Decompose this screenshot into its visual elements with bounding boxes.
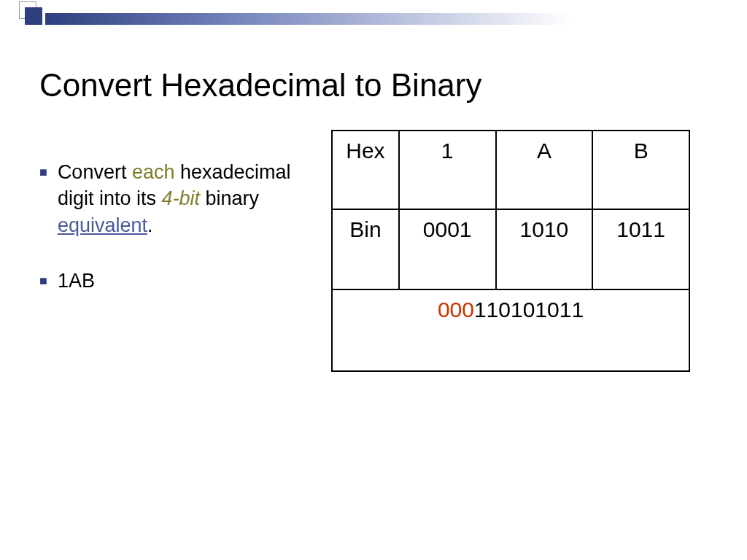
result-prefix: 000 [438, 298, 474, 322]
bullet-text: 1AB [58, 268, 317, 294]
hex-cell: B [592, 131, 689, 209]
hex-label-cell: Hex [332, 131, 399, 209]
equivalent-link[interactable]: equivalent [58, 214, 147, 236]
gradient-bar [45, 13, 747, 25]
conversion-table: Hex 1 A B Bin 0001 1010 1011 00011010101… [331, 130, 690, 372]
table-row: Bin 0001 1010 1011 [332, 209, 689, 289]
square-filled-icon [25, 7, 42, 25]
result-rest: 110101011 [474, 298, 584, 322]
content-area: ■ Convert each hexadecimal digit into it… [39, 130, 708, 372]
text-fragment: binary [200, 187, 259, 209]
conversion-table-wrap: Hex 1 A B Bin 0001 1010 1011 00011010101… [331, 130, 708, 372]
hex-cell: 1 [399, 131, 496, 209]
text-emphasis-italic: 4-bit [161, 187, 200, 209]
text-emphasis: each [132, 161, 175, 183]
bin-cell: 1010 [496, 209, 593, 289]
bin-cell: 0001 [399, 209, 496, 289]
bin-label-cell: Bin [332, 209, 399, 289]
header-decoration [0, 0, 747, 20]
bullet-text: Convert each hexadecimal digit into its … [58, 159, 317, 238]
bullet-marker-icon: ■ [39, 163, 47, 238]
text-fragment: Convert [58, 161, 132, 183]
hex-cell: A [496, 131, 593, 209]
bullet-item: ■ Convert each hexadecimal digit into it… [39, 159, 317, 238]
slide-title: Convert Hexadecimal to Binary [39, 67, 481, 104]
result-cell: 000110101011 [332, 289, 689, 371]
table-row: 000110101011 [332, 289, 689, 371]
slide: Convert Hexadecimal to Binary ■ Convert … [0, 0, 747, 560]
bin-cell: 1011 [592, 209, 689, 289]
text-fragment: . [147, 214, 153, 236]
bullet-marker-icon: ■ [39, 272, 47, 294]
bullet-item: ■ 1AB [39, 268, 317, 294]
table-row: Hex 1 A B [332, 131, 689, 209]
bullet-list: ■ Convert each hexadecimal digit into it… [39, 130, 331, 372]
